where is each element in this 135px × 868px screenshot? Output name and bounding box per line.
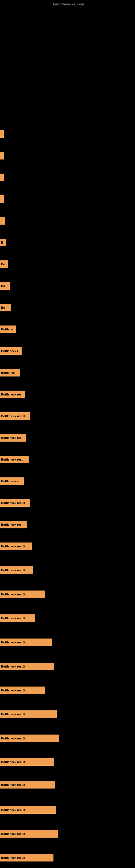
bar-label: Bottlene [0, 326, 16, 333]
bar-item: Bo [0, 282, 10, 290]
bar-item: Bo [0, 260, 8, 268]
bar-item: B [0, 239, 6, 246]
bar-item: Bottleneck result [0, 499, 30, 507]
bar-label: Bo [0, 260, 8, 268]
bar-item [0, 130, 4, 138]
bar-item [0, 195, 4, 203]
bar-label: Bottleneck result [0, 781, 55, 788]
bar-label: Bottleneck result [0, 542, 32, 550]
bar-label: Bottleneck result [0, 758, 54, 766]
bar-label: Bottleneck res [0, 391, 25, 398]
bar-item: Bottleneck res [0, 521, 27, 528]
bar-label [0, 130, 4, 138]
bar-label [0, 195, 4, 203]
bar-item: Bottleneck r [0, 477, 24, 485]
bar-label: Bottleneck result [0, 590, 45, 598]
bar-label: Bottleneck result [0, 499, 30, 507]
bar-label: Bottleneck result [0, 663, 54, 670]
bar-item: Bottleneck result [0, 614, 35, 622]
bar-label [0, 152, 4, 159]
bar-label [0, 174, 4, 181]
site-title: TheBottlenecker.com [51, 2, 84, 6]
bar-label: Bottleneck result [0, 639, 52, 646]
bar-item: Bottleneck result [0, 830, 58, 838]
bar-item: Bottleneck result [0, 590, 45, 598]
bar-item [0, 174, 4, 181]
bar-label [0, 217, 5, 225]
bar-label: Bottleneck result [0, 806, 56, 814]
bar-item: Bottleneck result [0, 758, 54, 766]
bar-label: Bo [0, 282, 10, 290]
bar-item: Bottleneck r [0, 347, 21, 355]
bar-item: Bottleneck result [0, 710, 57, 718]
bar-item [0, 152, 4, 159]
bar-item: Bottlenec [0, 369, 20, 376]
bar-label: Bottleneck result [0, 566, 33, 574]
bar-item: Bottleneck result [0, 412, 30, 420]
bar-label: Bottleneck resu [0, 456, 29, 463]
bar-item: Bottleneck result [0, 639, 52, 646]
bar-item: Bottleneck resu [0, 456, 29, 463]
bar-item: Bo [0, 304, 11, 311]
bar-item: Bottleneck result [0, 781, 55, 788]
bar-label: Bottleneck res [0, 434, 26, 442]
bar-label: Bottleneck result [0, 854, 53, 862]
bar-label: Bottlenec [0, 369, 20, 376]
bar-label: Bottleneck result [0, 735, 59, 742]
bar-label: Bottleneck res [0, 521, 27, 528]
bar-item: Bottleneck result [0, 854, 53, 862]
bar-item: Bottleneck result [0, 806, 56, 814]
bar-item: Bottleneck res [0, 434, 26, 442]
bar-item: Bottleneck result [0, 542, 32, 550]
bar-label: Bottleneck result [0, 614, 35, 622]
bar-label: B [0, 239, 6, 246]
bar-label: Bottleneck r [0, 477, 24, 485]
bar-label: Bottleneck result [0, 412, 30, 420]
bar-item: Bottlene [0, 326, 16, 333]
bar-item [0, 217, 5, 225]
bar-item: Bottleneck result [0, 566, 33, 574]
bar-item: Bottleneck res [0, 391, 25, 398]
bar-item: Bottleneck result [0, 735, 59, 742]
bar-item: Bottleneck result [0, 686, 45, 694]
bar-label: Bottleneck r [0, 347, 21, 355]
bar-label: Bottleneck result [0, 710, 57, 718]
bar-label: Bottleneck result [0, 686, 45, 694]
bar-item: Bottleneck result [0, 663, 54, 670]
bar-label: Bo [0, 304, 11, 311]
bar-label: Bottleneck result [0, 830, 58, 838]
